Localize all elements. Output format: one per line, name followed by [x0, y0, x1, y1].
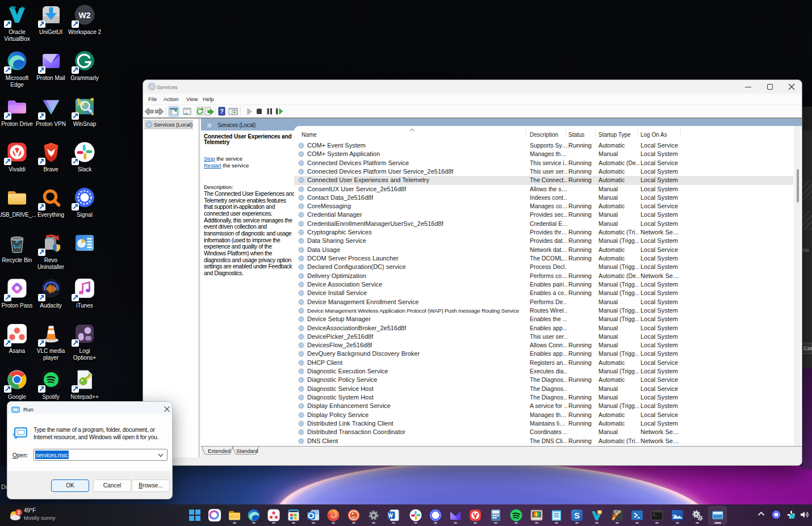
svg-text:Extended: Extended — [208, 448, 231, 454]
svg-text:W2: W2 — [79, 11, 91, 20]
svg-text:>_: >_ — [653, 513, 658, 517]
svg-text:?: ? — [220, 108, 224, 115]
svg-text:Standard: Standard — [236, 448, 258, 454]
svg-text:x64: x64 — [614, 511, 618, 514]
svg-text:2: 2 — [18, 510, 20, 515]
svg-text:S: S — [574, 511, 579, 520]
